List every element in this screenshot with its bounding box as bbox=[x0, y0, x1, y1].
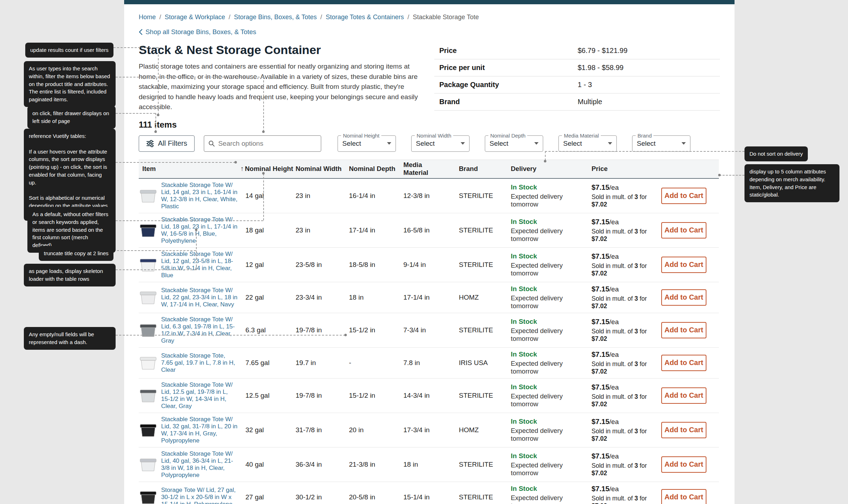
add-to-cart-button[interactable]: Add to Cart bbox=[661, 289, 706, 306]
annotation-connector-line bbox=[263, 173, 264, 220]
cart-cell: Add to Cart bbox=[661, 456, 719, 473]
add-to-cart-button[interactable]: Add to Cart bbox=[661, 422, 706, 438]
stock-status: In Stock bbox=[511, 318, 592, 326]
product-thumbnail[interactable] bbox=[139, 388, 157, 403]
column-header-nominal-width[interactable]: Nominal Width bbox=[296, 165, 349, 173]
add-to-cart-button[interactable]: Add to Cart bbox=[661, 387, 706, 404]
add-to-cart-button[interactable]: Add to Cart bbox=[661, 188, 706, 204]
filter-select-nominal-width[interactable]: Nominal Width Select bbox=[411, 135, 470, 152]
brand-cell: HOMZ bbox=[459, 426, 511, 434]
delivery-cell: In Stock Expected delivery tomorrow bbox=[511, 452, 592, 477]
annotation-connector-dot bbox=[344, 334, 347, 336]
column-header-item[interactable]: Item bbox=[139, 165, 240, 173]
product-title-link[interactable]: Stackable Storage Tote W/ Lid, 12.5 gal,… bbox=[161, 381, 238, 410]
nominal-width-cell: 23-3/4 in bbox=[296, 294, 349, 301]
price-unit: /ea bbox=[609, 351, 619, 358]
delivery-cell: In Stock Expected delivery tomorrow bbox=[511, 383, 592, 408]
back-link-label: Shop all Storage Bins, Boxes, & Totes bbox=[145, 28, 256, 36]
spec-value: $6.79 - $121.99 bbox=[578, 47, 627, 55]
product-thumbnail[interactable] bbox=[139, 457, 157, 472]
annotation-connector-dot bbox=[262, 172, 265, 175]
product-title-link[interactable]: Stackable Storage Tote W/ Lid, 32 gal, 3… bbox=[161, 416, 238, 444]
product-thumbnail[interactable] bbox=[139, 423, 157, 437]
filter-select-nominal-height[interactable]: Nominal Height Select bbox=[338, 135, 396, 152]
annotation-connector-line bbox=[263, 77, 264, 132]
product-title-link[interactable]: Stackable Storage Tote W/ Lid, 6.3 gal, … bbox=[161, 316, 238, 344]
all-filters-button[interactable]: All Filters bbox=[139, 135, 195, 152]
price-amount: $7.15 bbox=[592, 350, 609, 358]
chevron-left-icon bbox=[139, 29, 143, 35]
add-to-cart-button[interactable]: Add to Cart bbox=[661, 257, 706, 273]
nominal-depth-cell: - bbox=[349, 359, 403, 367]
cart-cell: Add to Cart bbox=[661, 257, 719, 273]
nominal-depth-cell: 20 in bbox=[349, 426, 403, 434]
product-thumbnail[interactable] bbox=[139, 490, 157, 504]
product-title-link[interactable]: Stackable Storage Tote W/ Lid, 40 gal, 3… bbox=[161, 450, 238, 479]
products-table: Item ↑Nominal Height Nominal Width Nomin… bbox=[139, 160, 719, 504]
price-amount: $7.15 bbox=[592, 218, 609, 226]
nominal-depth-cell: 16-1/4 in bbox=[349, 192, 403, 200]
filter-sliders-icon bbox=[146, 140, 154, 147]
breadcrumb-link-storage-bins[interactable]: Storage Bins, Boxes, & Totes bbox=[234, 14, 317, 21]
filter-select-nominal-depth[interactable]: Nominal Depth Select bbox=[485, 135, 543, 152]
brand-cell: STERILITE bbox=[459, 392, 511, 400]
breadcrumb-link-storage-workplace[interactable]: Storage & Workplace bbox=[165, 14, 225, 21]
add-to-cart-button[interactable]: Add to Cart bbox=[661, 489, 706, 504]
brand-cell: IRIS USA bbox=[459, 359, 511, 367]
chevron-down-icon bbox=[682, 142, 686, 145]
select-value: Select bbox=[563, 140, 582, 148]
cart-cell: Add to Cart bbox=[661, 188, 719, 204]
item-cell: Stackable Storage Tote W/ Lid, 12.5 gal,… bbox=[139, 381, 240, 410]
annotation-connector-line bbox=[545, 151, 546, 161]
delivery-cell: In Stock Expected delivery tomorrow bbox=[511, 218, 592, 243]
annotation-connector-dot bbox=[195, 229, 197, 231]
breadcrumb-link-home[interactable]: Home bbox=[139, 14, 156, 21]
product-title-link[interactable]: Stackable Storage Tote W/ Lid, 12 gal, 2… bbox=[161, 251, 238, 279]
sort-ascending-icon[interactable]: ↑ bbox=[240, 165, 244, 172]
filter-select-media-material[interactable]: Media Material Select bbox=[558, 135, 617, 152]
product-thumbnail[interactable] bbox=[139, 356, 157, 370]
main-content: Home/Storage & Workplace/Storage Bins, B… bbox=[124, 0, 735, 504]
product-title-link[interactable]: Storage Tote W/ Lid, 27 gal, 30-1/2 in L… bbox=[161, 487, 238, 504]
annotation-connector-line bbox=[719, 175, 744, 176]
search-input[interactable] bbox=[218, 140, 317, 148]
select-value: Select bbox=[637, 140, 656, 148]
delivery-estimate: Expected delivery tomorrow bbox=[511, 294, 592, 310]
media-material-cell: 9-1/4 in bbox=[403, 261, 459, 269]
product-thumbnail[interactable] bbox=[139, 223, 157, 237]
price-cell: $7.15/ea Sold in mult. of 3 for $7.02 bbox=[592, 285, 661, 310]
nominal-width-cell: 19.7 in bbox=[296, 359, 349, 367]
annotation-note: Do not sort on delivery bbox=[744, 146, 808, 161]
filter-select-brand[interactable]: Brand Select bbox=[632, 135, 690, 152]
delivery-estimate: Expected delivery tomorrow bbox=[511, 360, 592, 375]
product-title-link[interactable]: Stackable Storage Tote W/ Lid, 14 gal, 2… bbox=[161, 182, 238, 210]
delivery-cell: In Stock Expected delivery tomorrow bbox=[511, 485, 592, 504]
product-title-link[interactable]: Stackable Storage Tote, 7.65 gal, 19.7 i… bbox=[161, 352, 238, 374]
add-to-cart-button[interactable]: Add to Cart bbox=[661, 355, 706, 371]
product-title-link[interactable]: Stackable Storage Tote W/ Lid, 22 gal, 2… bbox=[161, 287, 238, 308]
product-thumbnail[interactable] bbox=[139, 290, 157, 305]
add-to-cart-button[interactable]: Add to Cart bbox=[661, 456, 706, 473]
add-to-cart-button[interactable]: Add to Cart bbox=[661, 222, 706, 238]
breadcrumb-link-storage-totes[interactable]: Storage Totes & Containers bbox=[326, 14, 404, 21]
spec-label: Brand bbox=[434, 98, 578, 106]
delivery-cell: In Stock Expected delivery tomorrow bbox=[511, 318, 592, 343]
price-cell: $7.15/ea Sold in mult. of 3 for $7.02 bbox=[592, 350, 661, 375]
product-thumbnail[interactable] bbox=[139, 189, 157, 203]
multiple-price-note: Sold in mult. of 3 for $7.02 bbox=[592, 495, 661, 504]
add-to-cart-button[interactable]: Add to Cart bbox=[661, 322, 706, 338]
back-link[interactable]: Shop all Storage Bins, Boxes, & Totes bbox=[139, 28, 720, 36]
price-unit: /ea bbox=[609, 384, 619, 391]
brand-cell: STERILITE bbox=[459, 461, 511, 468]
nominal-width-cell: 23 in bbox=[296, 192, 349, 200]
column-header-media-material[interactable]: Media Material bbox=[403, 161, 459, 177]
spec-row-package-quantity: Package Quantity 1 - 3 bbox=[434, 76, 720, 93]
spec-value: $1.98 - $58.99 bbox=[578, 64, 624, 72]
delivery-estimate: Expected delivery tomorrow bbox=[511, 193, 592, 208]
chevron-down-icon bbox=[387, 142, 391, 145]
column-header-nominal-depth[interactable]: Nominal Depth bbox=[349, 165, 403, 173]
column-header-brand[interactable]: Brand bbox=[459, 165, 511, 173]
annotation-connector-line bbox=[116, 162, 235, 163]
column-header-nominal-height[interactable]: ↑Nominal Height bbox=[240, 165, 296, 173]
price-amount: $7.15 bbox=[592, 485, 609, 493]
